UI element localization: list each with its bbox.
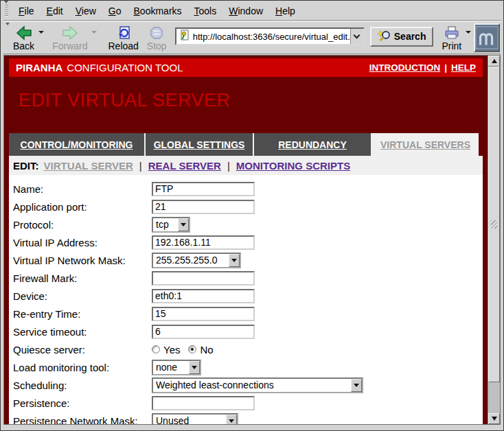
scheduling-row: Scheduling:Weighted least-connections <box>13 376 483 394</box>
subnav-links: VIRTUAL SERVER|REAL SERVER|MONITORING SC… <box>44 160 351 172</box>
back-history-dropdown-icon[interactable] <box>38 31 44 34</box>
load-monitoring-tool-row: Load monitoring tool:none <box>13 358 483 376</box>
load-monitoring-tool-label: Load monitoring tool: <box>13 362 152 373</box>
scroll-up-button[interactable] <box>488 56 500 67</box>
tab-bar: CONTROL/MONITORINGGLOBAL SETTINGSREDUNDA… <box>9 133 483 156</box>
re-entry-time-label: Re-entry Time: <box>13 308 152 320</box>
quiesce-server-no-radio[interactable] <box>188 345 196 353</box>
back-button[interactable]: Back <box>10 25 37 51</box>
url-dropdown-button[interactable] <box>350 29 363 44</box>
virtual-ip-address-row: Virtual IP Address: <box>13 233 483 251</box>
quiesce-server-radio-group: YesNo <box>152 344 222 356</box>
help-link[interactable]: HELP <box>451 62 476 73</box>
protocol-row: Protocol:tcp <box>13 216 483 233</box>
tab-global-settings[interactable]: GLOBAL SETTINGS <box>146 133 254 156</box>
menu-help[interactable]: Help <box>269 5 301 16</box>
persistence-network-mask-row: Persistence Network Mask:Unused <box>13 412 483 424</box>
print-dropdown-icon[interactable] <box>466 31 471 34</box>
print-label: Print <box>442 40 461 51</box>
browser-window: FileEditViewGoBookmarksToolsWindowHelp B… <box>0 0 504 431</box>
tab-virtual-servers[interactable]: VIRTUAL SERVERS <box>372 133 479 156</box>
menu-edit[interactable]: Edit <box>41 5 69 16</box>
persistence-network-mask-dropdown-button[interactable] <box>226 415 237 425</box>
application-port-input[interactable] <box>152 200 255 214</box>
stop-icon <box>149 25 164 40</box>
menu-tools[interactable]: Tools <box>188 5 223 16</box>
quiesce-server-no-label: No <box>200 344 213 356</box>
persistence-input[interactable] <box>152 396 255 410</box>
menu-view[interactable]: View <box>69 5 102 16</box>
virtual-ip-network-mask-selected-value: 255.255.255.0 <box>153 255 229 266</box>
device-row: Device: <box>13 287 483 305</box>
print-button[interactable]: Print <box>439 25 464 51</box>
protocol-selected-value: tcp <box>153 219 178 230</box>
search-label: Search <box>394 31 426 42</box>
persistence-label: Persistence: <box>13 397 152 409</box>
load-monitoring-tool-select[interactable]: none <box>152 360 201 375</box>
protocol-select[interactable]: tcp <box>152 217 190 233</box>
chevron-down-icon <box>231 259 237 262</box>
app-header-bar: PIRANHA CONFIGURATION TOOL INTRODUCTION … <box>9 58 483 77</box>
scheduling-selected-value: Weighted least-connections <box>153 380 351 391</box>
url-text[interactable]: http://localhost:3636/secure/virtual_edi… <box>193 32 350 42</box>
name-input[interactable] <box>152 182 255 196</box>
quiesce-server-yes-label: Yes <box>163 344 180 356</box>
scheduling-label: Scheduling: <box>13 380 152 391</box>
separator: | <box>227 160 230 172</box>
reload-icon <box>115 25 132 40</box>
menu-file[interactable]: File <box>12 5 41 16</box>
load-monitoring-tool-dropdown-button[interactable] <box>189 361 200 374</box>
page-title: EDIT VIRTUAL SERVER <box>19 90 231 111</box>
forward-icon <box>61 25 79 40</box>
introduction-link[interactable]: INTRODUCTION <box>369 62 441 73</box>
vertical-scrollbar[interactable] <box>488 56 500 424</box>
quiesce-server-yes-radio[interactable] <box>152 345 160 353</box>
service-timeout-input[interactable] <box>152 325 255 339</box>
forward-history-dropdown-icon[interactable] <box>91 31 97 34</box>
scheduling-dropdown-button[interactable] <box>351 379 362 392</box>
service-timeout-label: Service timeout: <box>13 326 152 338</box>
mozilla-logo[interactable] <box>474 23 500 52</box>
virtual-ip-network-mask-dropdown-button[interactable] <box>229 254 240 267</box>
protocol-dropdown-button[interactable] <box>178 218 189 231</box>
back-icon <box>15 25 33 40</box>
load-monitoring-tool-selected-value: none <box>153 362 189 373</box>
print-icon <box>444 25 460 40</box>
chevron-down-icon <box>181 223 186 226</box>
stop-button[interactable]: Stop <box>144 25 170 51</box>
virtual-server-form: Name:Application port:Protocol:tcpVirtua… <box>9 175 483 424</box>
re-entry-time-input[interactable] <box>152 307 255 321</box>
menu-bar: FileEditViewGoBookmarksToolsWindowHelp <box>3 2 501 21</box>
search-button[interactable]: Search <box>370 27 434 47</box>
toolbar-grip-handle[interactable] <box>5 5 8 17</box>
subnav-link-virtual-server: VIRTUAL SERVER <box>44 160 133 172</box>
protocol-label: Protocol: <box>13 219 152 231</box>
subnav-link-real-server[interactable]: REAL SERVER <box>148 160 221 172</box>
forward-button[interactable]: Forward <box>49 25 90 51</box>
scrollbar-thumb[interactable] <box>488 67 500 382</box>
separator: | <box>139 160 142 172</box>
print-group: Print <box>439 25 474 51</box>
subnav-link-monitoring-scripts[interactable]: MONITORING SCRIPTS <box>236 160 350 172</box>
menu-go[interactable]: Go <box>102 5 128 16</box>
forward-label: Forward <box>52 40 87 51</box>
menu-window[interactable]: Window <box>222 5 269 16</box>
tab-control-monitoring[interactable]: CONTROL/MONITORING <box>9 133 146 156</box>
virtual-ip-network-mask-label: Virtual IP Network Mask: <box>13 255 152 266</box>
virtual-ip-address-input[interactable] <box>152 235 255 250</box>
scroll-down-button[interactable] <box>488 413 500 424</box>
virtual-ip-network-mask-select[interactable]: 255.255.255.0 <box>152 253 241 268</box>
reload-button[interactable]: Reload <box>105 25 141 51</box>
subnav-prefix: EDIT: <box>13 160 39 172</box>
navigation-toolbar: Back Forward Reload <box>3 21 501 54</box>
tab-redundancy[interactable]: REDUNDANCY <box>254 133 372 156</box>
device-input[interactable] <box>152 289 255 303</box>
scheduling-select[interactable]: Weighted least-connections <box>152 377 363 393</box>
menu-bookmarks[interactable]: Bookmarks <box>128 5 188 16</box>
re-entry-time-row: Re-entry Time: <box>13 305 483 323</box>
url-bar[interactable]: http://localhost:3636/secure/virtual_edi… <box>175 27 365 45</box>
application-port-row: Application port: <box>13 198 483 216</box>
persistence-network-mask-select[interactable]: Unused <box>152 413 238 425</box>
firewall-mark-input[interactable] <box>152 271 255 286</box>
quiesce-server-row: Quiesce server:YesNo <box>13 340 483 358</box>
